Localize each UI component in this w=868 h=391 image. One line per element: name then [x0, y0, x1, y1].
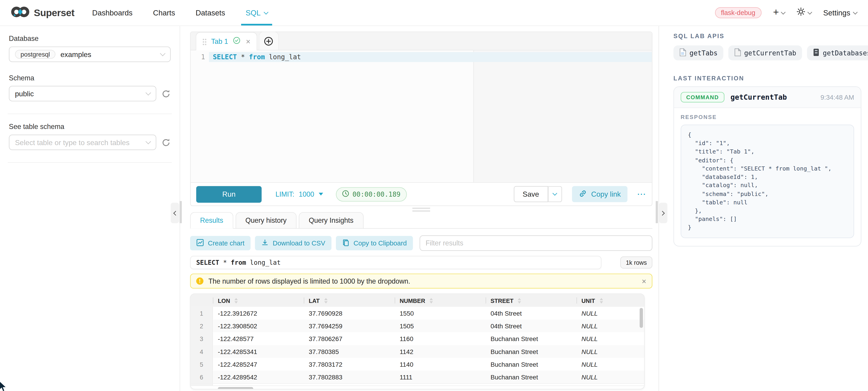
create-chart-button[interactable]: Create chart [190, 236, 250, 250]
get-current-tab-button[interactable]: getCurrentTab [728, 45, 802, 60]
timer-value: 00:00:00.189 [352, 190, 401, 198]
nav-charts[interactable]: Charts [153, 0, 175, 26]
save-options-button[interactable] [548, 186, 562, 202]
table-row[interactable]: 4 -122.4285341 37.780385 1142 Buchanan S… [191, 345, 644, 358]
sql-text: long_lat [265, 53, 301, 61]
table-row[interactable]: 3 -122.428577 37.7806267 1160 Buchanan S… [191, 332, 644, 345]
superset-logo-icon [11, 5, 30, 20]
column-header-lat[interactable]: LAT [304, 294, 395, 307]
copy-link-button[interactable]: Copy link [572, 186, 627, 202]
cell-street: Buchanan Street [486, 332, 577, 345]
settings-label: Settings [823, 9, 850, 17]
row-index: 4 [191, 345, 213, 358]
sql-keyword: from [249, 53, 265, 61]
get-tabs-button[interactable]: getTabs [673, 45, 723, 60]
sql-code-editor[interactable]: 1 SELECT * from long_lat [191, 51, 652, 182]
panel-resize-handle[interactable] [656, 201, 658, 223]
close-alert-icon[interactable]: × [642, 277, 646, 285]
query-timer: 00:00:00.189 [336, 187, 407, 201]
cell-street: 04th Street [486, 320, 577, 332]
chart-icon [196, 238, 204, 248]
database-select[interactable]: postgresql examples [9, 46, 171, 62]
run-button[interactable]: Run [196, 186, 261, 202]
sort-icon[interactable] [599, 298, 603, 303]
editor-toolbar: Run LIMIT: 1000 00:00:00.189 [191, 182, 652, 205]
caret-down-icon [319, 193, 323, 195]
response-json: { "id": "1", "title": "Tab 1", "editor":… [681, 125, 854, 238]
schema-select[interactable]: public [9, 86, 156, 101]
response-label: RESPONSE [681, 114, 854, 120]
results-section: Results Query history Query Insights Cre… [190, 212, 652, 391]
download-csv-button[interactable]: Download to CSV [255, 236, 331, 250]
api-panel-title: SQL LAB APIS [673, 33, 858, 39]
row-index: 5 [191, 358, 213, 370]
refresh-schemas-icon[interactable] [161, 89, 170, 98]
cell-number: 1160 [395, 332, 486, 345]
nav-sql-label: SQL [246, 9, 261, 17]
panel-resize-grip[interactable] [412, 208, 430, 213]
tab-query-insights[interactable]: Query Insights [299, 212, 364, 229]
copy-clipboard-button[interactable]: Copy to Clipboard [336, 236, 413, 250]
new-item-menu[interactable]: + [773, 7, 785, 18]
nav-datasets[interactable]: Datasets [195, 0, 225, 26]
row-index: 3 [191, 332, 213, 345]
link-icon [579, 189, 587, 199]
sql-editor-area: Tab 1 × [190, 26, 652, 391]
filter-results-input[interactable] [420, 235, 652, 251]
scrollbar-thumb[interactable] [218, 387, 253, 389]
refresh-tables-icon[interactable] [161, 138, 170, 147]
document-icon [679, 48, 686, 58]
tab-tab1[interactable]: Tab 1 × [196, 32, 257, 50]
limit-dropdown[interactable]: LIMIT: 1000 [276, 190, 323, 198]
new-tab-button[interactable] [259, 32, 279, 50]
chevron-down-icon [553, 191, 557, 196]
theme-menu[interactable] [797, 7, 812, 19]
cell-lat: 37.7803172 [304, 358, 395, 370]
get-databases-button[interactable]: getDatabases [807, 45, 868, 60]
cell-street: 04th Street [486, 307, 577, 320]
collapse-sidebar-button[interactable] [171, 203, 179, 223]
cell-unit: NULL [577, 320, 645, 332]
sort-icon[interactable] [430, 298, 433, 303]
cell-lon: -122.3908502 [213, 320, 304, 332]
column-header-unit[interactable]: UNIT [577, 294, 645, 307]
column-header-number[interactable]: NUMBER [395, 294, 486, 307]
document-icon [734, 48, 741, 58]
table-row[interactable]: 6 -122.4289542 37.7802883 1111 Buchanan … [191, 370, 644, 383]
sql-text: * [237, 53, 249, 61]
sort-icon[interactable] [324, 298, 328, 303]
collapse-panel-button[interactable] [659, 203, 668, 223]
cell-unit: NULL [577, 345, 645, 358]
chevron-down-icon [853, 9, 858, 14]
nav-dashboards[interactable]: Dashboards [92, 0, 133, 26]
copy-clipboard-label: Copy to Clipboard [353, 239, 406, 247]
get-current-tab-label: getCurrentTab [744, 49, 796, 57]
column-header-street[interactable]: STREET [486, 294, 577, 307]
sidebar-resize-handle[interactable] [180, 201, 182, 223]
table-row[interactable]: 1 -122.3912672 37.7690928 1550 04th Stre… [191, 307, 644, 320]
more-options-button[interactable]: ··· [638, 190, 646, 198]
settings-menu[interactable]: Settings [823, 9, 857, 17]
sort-icon[interactable] [518, 298, 521, 303]
vertical-scrollbar-thumb[interactable] [640, 308, 643, 328]
schema-value: public [15, 90, 34, 98]
brand-name: Superset [34, 7, 74, 19]
download-icon [261, 238, 269, 248]
sort-icon[interactable] [235, 298, 238, 303]
tab-results[interactable]: Results [190, 212, 233, 229]
save-button[interactable]: Save [514, 186, 548, 202]
nav-sql[interactable]: SQL [246, 0, 268, 26]
table-select[interactable]: Select table or type to search tables [9, 135, 156, 150]
table-row[interactable]: 5 -122.4285247 37.7803172 1140 Buchanan … [191, 358, 644, 370]
close-tab-icon[interactable]: × [246, 38, 250, 45]
column-header-lon[interactable]: LON [213, 294, 304, 307]
sql-text: * [219, 259, 231, 266]
tab-query-history[interactable]: Query history [235, 212, 297, 229]
chevron-down-icon [146, 139, 151, 144]
table-row[interactable]: 2 -122.3908502 37.7694259 1505 04th Stre… [191, 320, 644, 332]
row-index: 1 [191, 307, 213, 320]
drag-handle-icon[interactable] [203, 38, 207, 45]
superset-logo[interactable]: Superset [11, 5, 74, 20]
chevron-down-icon [781, 9, 786, 14]
horizontal-scrollbar[interactable] [191, 386, 644, 389]
